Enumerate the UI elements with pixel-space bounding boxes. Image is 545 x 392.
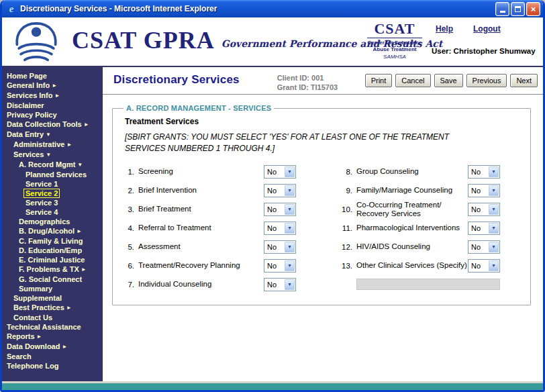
sidebar-item-service-1[interactable]: Service 1 bbox=[2, 179, 103, 189]
print-button[interactable]: Print bbox=[365, 74, 393, 87]
sidebar-item-disclaimer[interactable]: Disclaimer bbox=[2, 101, 103, 110]
dropdown-arrow-icon: ▼ bbox=[285, 223, 295, 234]
sidebar-item-privacy-policy[interactable]: Privacy Policy bbox=[2, 110, 103, 119]
service-label: Referral to Treatment bbox=[138, 224, 264, 232]
sidebar-item-label: Data Download bbox=[7, 342, 60, 350]
client-id: Client ID: 001 bbox=[277, 73, 338, 83]
select-pharmacological-interventions[interactable]: No▼ bbox=[468, 222, 500, 235]
chevron-down-icon: ▼ bbox=[77, 162, 83, 168]
service-cell: 8.Group CounselingNo▼ bbox=[339, 165, 500, 179]
service-label: Individual Counseling bbox=[138, 280, 264, 289]
record-management-fieldset: A. RECORD MANAGEMENT - SERVICES Treatmen… bbox=[112, 104, 531, 305]
sidebar-item-data-entry[interactable]: Data Entry▼ bbox=[2, 130, 103, 140]
select-brief-treatment[interactable]: No▼ bbox=[264, 203, 296, 216]
service-cell: 7.Individual CounselingNo▼ bbox=[125, 278, 296, 291]
select-value: No bbox=[468, 187, 481, 195]
titlebar[interactable]: e Discretionary Services - Microsoft Int… bbox=[2, 0, 543, 17]
sidebar-item-search[interactable]: Search bbox=[2, 352, 103, 361]
csat-logo-sub2: Abuse Treatment bbox=[363, 46, 426, 53]
sidebar-item-label: Search bbox=[7, 352, 32, 360]
select-value: No bbox=[264, 187, 277, 195]
sidebar-item-service-3[interactable]: Service 3 bbox=[2, 198, 103, 207]
sidebar-item-label: Supplemental bbox=[13, 294, 62, 302]
select-individual-counseling[interactable]: No▼ bbox=[264, 278, 296, 291]
sidebar-item-data-download[interactable]: Data Download► bbox=[2, 342, 103, 352]
sidebar-item-demographics[interactable]: Demographics bbox=[2, 217, 103, 226]
close-button[interactable]: × bbox=[526, 2, 540, 16]
select-assessment[interactable]: No▼ bbox=[264, 240, 296, 254]
brand-title: CSAT GPRA bbox=[72, 28, 215, 52]
sidebar-item-service-2[interactable]: Service 2 bbox=[2, 189, 103, 198]
sidebar-item-label: General Info bbox=[7, 81, 50, 89]
select-family-marriage-counseling[interactable]: No▼ bbox=[468, 184, 500, 197]
sidebar-item-data-collection-tools[interactable]: Data Collection Tools► bbox=[2, 119, 103, 130]
sidebar-item-contact-us[interactable]: Contact Us bbox=[2, 313, 103, 322]
service-number: 8. bbox=[339, 168, 352, 176]
minimize-button[interactable] bbox=[495, 2, 509, 16]
dropdown-arrow-icon: ▼ bbox=[285, 260, 295, 271]
sidebar-item-general-info[interactable]: General Info► bbox=[2, 81, 103, 91]
csat-logo-title: CSAT bbox=[363, 21, 426, 36]
csat-logo-rule bbox=[367, 38, 422, 38]
sidebar-item-g-social-connect[interactable]: G. Social Connect bbox=[2, 275, 103, 284]
service-cell: 11.Pharmacological InterventionsNo▼ bbox=[339, 222, 500, 235]
section-title: Treatment Services bbox=[125, 117, 519, 126]
service-label: Group Counseling bbox=[356, 167, 468, 176]
sidebar-item-d-education-emp[interactable]: D. Education/Emp bbox=[2, 246, 103, 255]
select-treatment-recovery-planning[interactable]: No▼ bbox=[264, 259, 296, 273]
sidebar-item-reports[interactable]: Reports► bbox=[2, 332, 103, 342]
service-label: Screening bbox=[138, 167, 264, 176]
select-co-occurring-treatment[interactable]: No▼ bbox=[468, 203, 500, 216]
sidebar-item-best-practices[interactable]: Best Practices► bbox=[2, 303, 103, 313]
save-button[interactable]: Save bbox=[434, 74, 463, 87]
sidebar-item-a-record-mgmt[interactable]: A. Record Mgmt▼ bbox=[2, 160, 103, 170]
sidebar-item-label: Administrative bbox=[13, 140, 64, 148]
internet-explorer-icon: e bbox=[6, 3, 17, 14]
select-group-counseling[interactable]: No▼ bbox=[468, 165, 500, 179]
sidebar-item-service-4[interactable]: Service 4 bbox=[2, 207, 103, 217]
sidebar-item-technical-assistance[interactable]: Technical Assistance bbox=[2, 322, 103, 332]
select-value: No bbox=[264, 224, 277, 232]
sidebar-item-f-problems-tx[interactable]: F. Problems & TX► bbox=[2, 264, 103, 275]
sidebar-item-telephone-log[interactable]: Telephone Log bbox=[2, 361, 103, 371]
next-button[interactable]: Next bbox=[510, 74, 538, 87]
form-content: A. RECORD MANAGEMENT - SERVICES Treatmen… bbox=[103, 95, 543, 381]
header-links: Help Logout bbox=[436, 24, 501, 34]
sidebar-item-label: D. Education/Emp bbox=[19, 246, 82, 254]
sidebar-item-c-family-living[interactable]: C. Family & Living bbox=[2, 236, 103, 246]
sidebar-item-supplemental[interactable]: Supplemental bbox=[2, 293, 103, 303]
sbirt-note: [SBIRT GRANTS: YOU MUST SELECT 'YES' FOR… bbox=[125, 132, 487, 154]
chevron-down-icon: ▼ bbox=[46, 152, 51, 158]
select-screening[interactable]: No▼ bbox=[264, 165, 296, 179]
select-brief-intervention[interactable]: No▼ bbox=[264, 184, 296, 197]
sidebar-item-b-drug-alcohol[interactable]: B. Drug/Alcohol► bbox=[2, 226, 103, 236]
sidebar-item-services-info[interactable]: Services Info► bbox=[2, 91, 103, 101]
maximize-button[interactable] bbox=[511, 2, 525, 16]
chevron-down-icon: ▼ bbox=[46, 132, 51, 138]
sidebar-item-label: Service 2 bbox=[23, 189, 60, 198]
sidebar-item-label: Planned Services bbox=[26, 170, 87, 179]
dropdown-arrow-icon: ▼ bbox=[285, 279, 295, 290]
sidebar-item-e-criminal-justice[interactable]: E. Criminal Justice bbox=[2, 255, 103, 264]
select-hiv-aids-counseling[interactable]: No▼ bbox=[468, 240, 500, 254]
sidebar-item-summary[interactable]: Summary bbox=[2, 284, 103, 293]
logout-link[interactable]: Logout bbox=[473, 24, 501, 34]
window-body: Home PageGeneral Info►Services Info►Disc… bbox=[2, 67, 543, 381]
help-link[interactable]: Help bbox=[436, 24, 453, 34]
sidebar-item-label: Telephone Log bbox=[7, 362, 58, 370]
previous-button[interactable]: Previous bbox=[466, 74, 507, 87]
titlebar-left: e Discretionary Services - Microsoft Int… bbox=[6, 3, 217, 14]
sidebar-item-services[interactable]: Services▼ bbox=[2, 150, 103, 160]
page-header: CSAT GPRA Government Performance and Res… bbox=[2, 17, 543, 67]
chevron-right-icon: ► bbox=[62, 344, 67, 350]
select-referral-to-treatment[interactable]: No▼ bbox=[264, 222, 296, 235]
sidebar-item-administrative[interactable]: Administrative► bbox=[2, 140, 103, 150]
dropdown-arrow-icon: ▼ bbox=[489, 166, 499, 177]
select-other-clinical-services-specify[interactable]: No▼ bbox=[468, 259, 500, 273]
sidebar-item-home-page[interactable]: Home Page bbox=[2, 71, 103, 81]
sidebar-item-planned-services[interactable]: Planned Services bbox=[2, 170, 103, 179]
chevron-right-icon: ► bbox=[52, 83, 57, 89]
cancel-button[interactable]: Cancel bbox=[395, 74, 430, 87]
service-cell: 2.Brief InterventionNo▼ bbox=[125, 184, 296, 197]
treatment-service-row: 5.AssessmentNo▼12.HIV/AIDS CounselingNo▼ bbox=[125, 238, 519, 256]
